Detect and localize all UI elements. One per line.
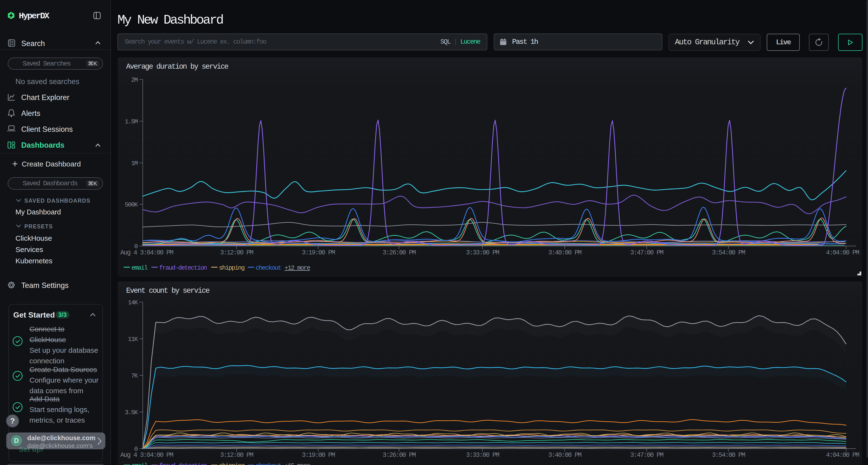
svg-text:3.5K: 3.5K	[125, 409, 138, 416]
svg-text:7K: 7K	[131, 372, 138, 379]
svg-text:fraud-detection: fraud-detection	[159, 462, 207, 465]
svg-text:email: email	[131, 264, 148, 271]
svg-text:3:47:00 PM: 3:47:00 PM	[630, 452, 663, 459]
svg-text:1M: 1M	[131, 160, 138, 167]
svg-text:3:19:00 PM: 3:19:00 PM	[302, 249, 335, 256]
svg-text:+15 more: +15 more	[284, 462, 310, 465]
svg-text:3:54:00 PM: 3:54:00 PM	[712, 249, 745, 256]
svg-text:Aug 4 3:04:00 PM: Aug 4 3:04:00 PM	[120, 452, 173, 459]
svg-text:Aug 4 3:04:00 PM: Aug 4 3:04:00 PM	[120, 249, 173, 256]
svg-text:checkout: checkout	[255, 462, 281, 465]
svg-text:3:33:00 PM: 3:33:00 PM	[466, 249, 499, 256]
svg-text:2M: 2M	[131, 76, 138, 84]
svg-text:4:04:00 PM: 4:04:00 PM	[826, 452, 859, 459]
svg-text:3:26:00 PM: 3:26:00 PM	[383, 452, 416, 459]
svg-text:3:33:00 PM: 3:33:00 PM	[466, 452, 499, 459]
svg-text:3:40:00 PM: 3:40:00 PM	[548, 249, 582, 256]
svg-text:shipping: shipping	[219, 462, 245, 465]
svg-text:checkout: checkout	[255, 264, 281, 271]
svg-text:14K: 14K	[128, 299, 138, 306]
svg-text:3:12:00 PM: 3:12:00 PM	[220, 452, 253, 459]
svg-text:3:26:00 PM: 3:26:00 PM	[383, 249, 416, 256]
svg-text:shipping: shipping	[219, 264, 245, 271]
svg-text:fraud-detection: fraud-detection	[159, 264, 207, 271]
svg-text:11K: 11K	[128, 336, 138, 343]
svg-text:3:40:00 PM: 3:40:00 PM	[548, 452, 582, 459]
svg-text:3:12:00 PM: 3:12:00 PM	[220, 249, 253, 256]
svg-text:4:04:00 PM: 4:04:00 PM	[826, 249, 859, 256]
svg-text:3:47:00 PM: 3:47:00 PM	[630, 249, 663, 256]
svg-text:email: email	[131, 462, 148, 465]
svg-text:500K: 500K	[125, 201, 138, 208]
svg-text:1.5M: 1.5M	[125, 118, 137, 125]
svg-text:3:19:00 PM: 3:19:00 PM	[302, 452, 335, 459]
svg-text:+12 more: +12 more	[284, 264, 310, 271]
svg-text:3:54:00 PM: 3:54:00 PM	[712, 452, 745, 459]
